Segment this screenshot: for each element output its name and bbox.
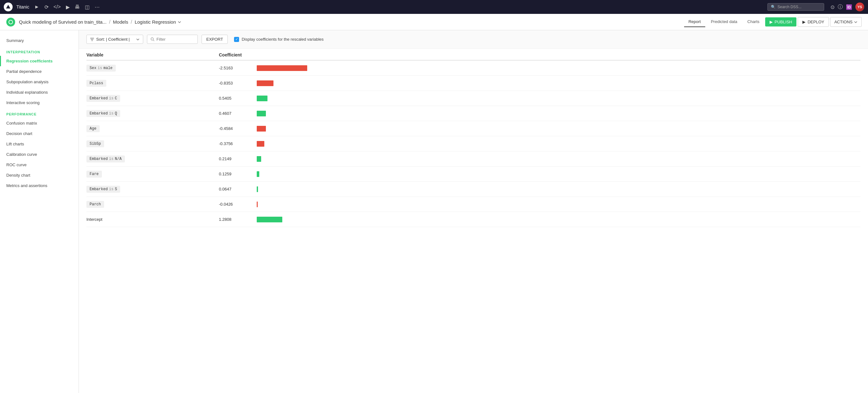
top-bar-right: ⊙ ⓘ 🆔 YS	[831, 2, 864, 11]
actions-button[interactable]: ACTIONS	[830, 17, 862, 27]
variable-chip: Embarked is C	[86, 95, 120, 102]
coefficient-value: 1.2808	[219, 217, 257, 222]
publish-icon: ▶	[770, 20, 773, 24]
breadcrumb-model-dropdown[interactable]: Logistic Regression	[135, 19, 182, 25]
table-row: Intercept1.2808	[86, 212, 861, 227]
variable-cell: SibSp	[86, 140, 219, 147]
breadcrumb-project[interactable]: Quick modeling of Survived on train_tita…	[19, 19, 106, 25]
table-row: Sex is male-2.5163	[86, 61, 861, 76]
coefficient-value: 0.1259	[219, 172, 257, 176]
sidebar-item-subpopulation-analysis[interactable]: Subpopulation analysis	[0, 77, 79, 87]
sidebar-item-density-chart[interactable]: Density chart	[0, 170, 79, 180]
coefficient-value: -0.0426	[219, 202, 257, 207]
coefficient-cell: -0.4584	[219, 125, 861, 132]
help-icon[interactable]: ⓘ	[838, 4, 843, 10]
activity-icon[interactable]: 🆔	[846, 4, 852, 10]
table-row: Embarked is N/A0.2149	[86, 151, 861, 167]
coefficient-cell: -2.5163	[219, 65, 861, 71]
coefficient-bar-container	[257, 156, 861, 162]
sidebar-item-interactive-scoring[interactable]: Interactive scoring	[0, 97, 79, 108]
coefficient-bar-container	[257, 65, 861, 71]
negative-bar	[257, 81, 274, 86]
negative-bar	[257, 126, 266, 131]
chevron-down-icon	[136, 37, 140, 41]
tab-predicted-data[interactable]: Predicted data	[707, 17, 742, 27]
sidebar-item-calibration-curve[interactable]: Calibration curve	[0, 149, 79, 160]
tab-charts[interactable]: Charts	[743, 17, 764, 27]
export-button[interactable]: EXPORT	[202, 35, 228, 44]
svg-marker-0	[6, 5, 10, 8]
positive-bar	[257, 171, 259, 177]
sidebar-item-summary[interactable]: Summary	[0, 35, 79, 46]
negative-bar	[257, 65, 307, 71]
coefficient-value: -0.3756	[219, 141, 257, 146]
search-icon	[150, 37, 155, 41]
deploy-button[interactable]: ▶ DEPLOY	[798, 17, 829, 27]
sidebar-item-confusion-matrix[interactable]: Confusion matrix	[0, 118, 79, 128]
sidebar-item-individual-explanations[interactable]: Individual explanations	[0, 87, 79, 97]
rescale-checkbox[interactable]	[234, 37, 239, 42]
sidebar-item-regression-coefficients[interactable]: Regression coefficients	[0, 56, 79, 66]
chevron-down-icon	[177, 20, 182, 24]
sidebar-item-partial-dependence[interactable]: Partial dependence	[0, 66, 79, 77]
coefficient-value: -0.8353	[219, 81, 257, 86]
breadcrumb: Quick modeling of Survived on train_tita…	[19, 19, 182, 25]
table-row: Embarked is Q0.4607	[86, 106, 861, 121]
more-icon[interactable]: ⋯	[93, 3, 101, 11]
coefficient-cell: 0.5405	[219, 95, 861, 101]
breadcrumb-section[interactable]: Models	[113, 19, 128, 25]
sidebar-item-lift-charts[interactable]: Lift charts	[0, 139, 79, 149]
variable-chip: SibSp	[86, 140, 104, 147]
layout-icon[interactable]: ◫	[84, 3, 91, 11]
sidebar-item-decision-chart[interactable]: Decision chart	[0, 128, 79, 139]
breadcrumb-model: Logistic Regression	[135, 19, 176, 25]
variable-text: Intercept	[86, 217, 102, 222]
coefficient-cell: -0.3756	[219, 141, 861, 147]
sidebar-item-roc-curve[interactable]: ROC curve	[0, 160, 79, 170]
arrow-right-icon[interactable]: ►	[33, 3, 41, 11]
app-logo	[4, 2, 12, 11]
coefficient-value: 0.2149	[219, 156, 257, 161]
play-icon[interactable]: ▶	[65, 3, 71, 11]
table-row: Embarked is C0.5405	[86, 91, 861, 106]
positive-bar	[257, 186, 258, 192]
sort-select[interactable]: Sort: | Coefficient |	[86, 35, 143, 44]
print-icon[interactable]: 🖶	[73, 3, 81, 11]
breadcrumb-sep1: /	[109, 19, 111, 25]
sidebar-item-metrics-assertions[interactable]: Metrics and assertions	[0, 180, 79, 191]
grid-icon[interactable]: ⊙	[831, 4, 835, 10]
tab-report[interactable]: Report	[684, 17, 705, 27]
rescale-checkbox-row[interactable]: Display coefficients for the rescaled va…	[234, 37, 323, 42]
filter-input[interactable]	[156, 37, 194, 42]
search-box[interactable]: 🔍 Search DSS...	[767, 3, 824, 11]
table-row: Pclass-0.8353	[86, 76, 861, 91]
variable-cell: Embarked is C	[86, 95, 219, 102]
coefficient-bar-container	[257, 216, 861, 223]
col-header-coefficient: Coefficient	[219, 52, 861, 57]
filter-input-container[interactable]	[147, 35, 198, 44]
variable-chip: Pclass	[86, 80, 106, 87]
breadcrumb-right: Report Predicted data Charts ▶ PUBLISH ▶…	[684, 17, 862, 27]
code-icon[interactable]: </>	[52, 3, 62, 11]
table-row: Fare0.1259	[86, 167, 861, 182]
refresh-icon[interactable]: ⟳	[43, 3, 50, 11]
avatar[interactable]: YS	[856, 2, 864, 11]
variable-cell: Age	[86, 125, 219, 132]
coefficient-value: 0.4607	[219, 111, 257, 116]
dss-logo	[6, 18, 15, 27]
variable-cell: Fare	[86, 171, 219, 178]
coefficient-cell: -0.0426	[219, 201, 861, 208]
coefficient-bar-container	[257, 95, 861, 101]
sort-label: Sort: | Coefficient |	[96, 37, 130, 42]
sidebar-section-interpretation: INTERPRETATION	[0, 46, 79, 56]
positive-bar	[257, 111, 266, 116]
chevron-down-icon	[854, 20, 858, 24]
top-bar: Titanic ► ⟳ </> ▶ 🖶 ◫ ⋯ 🔍 Search DSS... …	[0, 0, 868, 14]
search-placeholder: Search DSS...	[777, 5, 801, 9]
coefficient-table: Variable Coefficient Sex is male-2.5163P…	[79, 49, 868, 235]
coefficient-value: 0.0647	[219, 187, 257, 191]
publish-button[interactable]: ▶ PUBLISH	[765, 17, 797, 27]
table-row: Age-0.4584	[86, 121, 861, 136]
coefficient-bar-container	[257, 201, 861, 208]
variable-chip: Embarked is N/A	[86, 155, 125, 162]
